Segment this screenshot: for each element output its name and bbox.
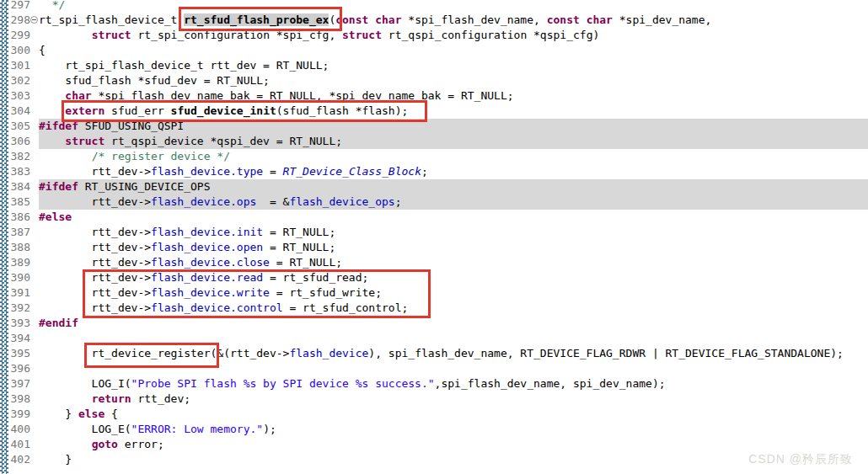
code-text[interactable]: /* register device */ xyxy=(39,149,868,164)
code-line: 390 rtt_dev->flash_device.read = rt_sfud… xyxy=(0,270,868,285)
fold-column xyxy=(30,422,39,437)
code-line: 386#else xyxy=(0,210,868,225)
fold-column xyxy=(30,179,39,194)
change-indicator-bar xyxy=(0,0,8,474)
line-number: 387 xyxy=(8,225,30,240)
line-number: 382 xyxy=(8,149,30,164)
fold-column xyxy=(30,210,39,225)
code-line: 304 extern sfud_err sfud_device_init(sfu… xyxy=(0,104,868,119)
fold-column xyxy=(30,301,39,316)
code-text[interactable]: } else { xyxy=(39,407,868,422)
fold-column xyxy=(30,164,39,179)
line-number: 390 xyxy=(8,270,30,285)
code-editor: 297 */298rt_spi_flash_device_t rt_sfud_f… xyxy=(0,0,868,474)
code-text[interactable]: rtt_dev->flash_device.ops = &flash_devic… xyxy=(39,194,868,210)
line-number: 399 xyxy=(8,407,30,422)
code-line: 389 rtt_dev->flash_device.close = RT_NUL… xyxy=(0,255,868,270)
code-text[interactable]: rt_device_register(&(rtt_dev->flash_devi… xyxy=(39,346,868,361)
code-text[interactable]: rt_spi_flash_device_t rt_sfud_flash_prob… xyxy=(39,13,868,28)
code-text[interactable]: struct rt_qspi_device *qspi_dev = RT_NUL… xyxy=(39,134,868,149)
line-number: 383 xyxy=(8,164,30,179)
code-text[interactable]: rtt_dev->flash_device.close = RT_NULL; xyxy=(39,255,868,270)
fold-column xyxy=(30,134,39,149)
code-text[interactable]: #else xyxy=(39,210,868,225)
code-text[interactable]: LOG_I("Probe SPI flash %s by SPI device … xyxy=(39,376,868,391)
fold-column xyxy=(30,88,39,104)
fold-column xyxy=(30,285,39,301)
code-line: 396 xyxy=(0,361,868,376)
code-text[interactable]: struct rt_spi_configuration *spi_cfg, st… xyxy=(39,28,868,43)
code-text[interactable]: #endif xyxy=(39,316,868,331)
fold-column xyxy=(30,119,39,134)
fold-column xyxy=(30,194,39,210)
code-line: 399 } else { xyxy=(0,407,868,422)
line-number: 301 xyxy=(8,58,30,73)
fold-column xyxy=(30,376,39,391)
code-text[interactable]: goto error; xyxy=(39,437,868,452)
code-text[interactable]: rtt_dev->flash_device.write = rt_sfud_wr… xyxy=(39,285,868,301)
code-text[interactable]: rtt_dev->flash_device.control = rt_sfud_… xyxy=(39,301,868,316)
line-number: 298 xyxy=(8,13,30,28)
line-number: 385 xyxy=(8,194,30,210)
line-number: 394 xyxy=(8,331,30,346)
code-text[interactable]: rt_spi_flash_device_t rtt_dev = RT_NULL; xyxy=(39,58,868,73)
fold-collapse-icon[interactable] xyxy=(30,16,38,24)
fold-column xyxy=(30,13,39,28)
line-number: 395 xyxy=(8,346,30,361)
watermark: CSDN @矜辰所致 xyxy=(748,451,853,466)
code-line: 299 struct rt_spi_configuration *spi_cfg… xyxy=(0,28,868,43)
line-number: 392 xyxy=(8,301,30,316)
fold-column xyxy=(30,407,39,422)
code-line: 395 rt_device_register(&(rtt_dev->flash_… xyxy=(0,346,868,361)
fold-column xyxy=(30,0,39,13)
code-text[interactable]: } xyxy=(39,452,868,467)
code-text[interactable]: char *spi_flash_dev_name_bak = RT_NULL, … xyxy=(39,88,868,104)
fold-column xyxy=(30,240,39,255)
line-number: 303 xyxy=(8,88,30,104)
line-number: 384 xyxy=(8,179,30,194)
fold-column xyxy=(30,149,39,164)
code-line: 400 LOG_E("ERROR: Low memory."); xyxy=(0,422,868,437)
fold-column xyxy=(30,104,39,119)
line-number: 386 xyxy=(8,210,30,225)
code-line: 382 /* register device */ xyxy=(0,149,868,164)
code-line: 387 rtt_dev->flash_device.init = RT_NULL… xyxy=(0,225,868,240)
code-line: 388 rtt_dev->flash_device.open = RT_NULL… xyxy=(0,240,868,255)
fold-column xyxy=(30,73,39,88)
line-number: 393 xyxy=(8,316,30,331)
code-text[interactable]: rtt_dev->flash_device.type = RT_Device_C… xyxy=(39,164,868,179)
fold-column xyxy=(30,255,39,270)
code-line: 302 sfud_flash *sfud_dev = RT_NULL; xyxy=(0,73,868,88)
code-line: 298rt_spi_flash_device_t rt_sfud_flash_p… xyxy=(0,13,868,28)
code-text[interactable]: sfud_flash *sfud_dev = RT_NULL; xyxy=(39,73,868,88)
code-text[interactable]: extern sfud_err sfud_device_init(sfud_fl… xyxy=(39,104,868,119)
line-number: 300 xyxy=(8,43,30,58)
code-text[interactable]: #ifdef RT_USING_DEVICE_OPS xyxy=(39,179,868,194)
line-number: 299 xyxy=(8,28,30,43)
code-line: 305#ifdef SFUD_USING_QSPI xyxy=(0,119,868,134)
code-line: 303 char *spi_flash_dev_name_bak = RT_NU… xyxy=(0,88,868,104)
fold-column xyxy=(30,452,39,467)
code-text[interactable]: { xyxy=(39,43,868,58)
line-number: 398 xyxy=(8,391,30,407)
code-text[interactable]: rtt_dev->flash_device.open = RT_NULL; xyxy=(39,240,868,255)
fold-column xyxy=(30,331,39,346)
code-text[interactable]: return rtt_dev; xyxy=(39,391,868,407)
line-number: 388 xyxy=(8,240,30,255)
code-text[interactable] xyxy=(39,331,868,346)
line-number: 401 xyxy=(8,437,30,452)
code-text[interactable]: LOG_E("ERROR: Low memory."); xyxy=(39,422,868,437)
code-line: 393#endif xyxy=(0,316,868,331)
code-text[interactable]: #ifdef SFUD_USING_QSPI xyxy=(39,119,868,134)
code-text[interactable]: */ xyxy=(39,0,868,13)
code-line: 392 rtt_dev->flash_device.control = rt_s… xyxy=(0,301,868,316)
code-line: 301 rt_spi_flash_device_t rtt_dev = RT_N… xyxy=(0,58,868,73)
fold-column xyxy=(30,58,39,73)
code-text[interactable]: rtt_dev->flash_device.read = rt_sfud_rea… xyxy=(39,270,868,285)
line-number: 396 xyxy=(8,361,30,376)
code-line: 402 } xyxy=(0,452,868,467)
code-text[interactable]: rtt_dev->flash_device.init = RT_NULL; xyxy=(39,225,868,240)
code-line: 300{ xyxy=(0,43,868,58)
code-text[interactable] xyxy=(39,361,868,376)
code-line: 297 */ xyxy=(0,0,868,13)
